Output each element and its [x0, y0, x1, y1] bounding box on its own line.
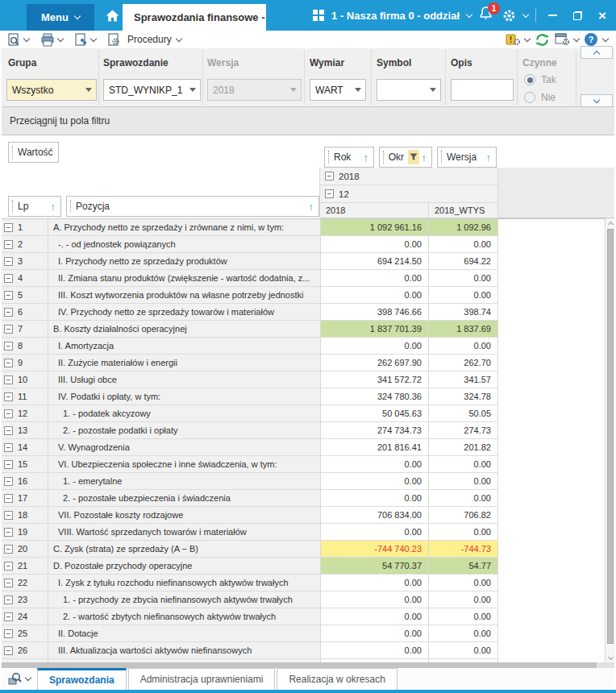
row-value-cell-2018[interactable]: 0.00 [321, 625, 429, 642]
row-value-cell-2018-wtys[interactable]: 341.57 [429, 371, 498, 388]
row-position-cell[interactable]: B. Koszty działalności operacyjnej [48, 321, 321, 338]
row-position-cell[interactable]: 2. - pozostałe ubezpieczenia i świadczen… [48, 490, 321, 507]
column-field-okres[interactable]: Okr ↑ [379, 147, 432, 168]
row-value-cell-2018[interactable]: 0.00 [321, 338, 429, 355]
row-position-cell[interactable]: 1. - emerytalne [48, 473, 321, 490]
settings-button[interactable] [502, 9, 516, 23]
collapse-row-icon[interactable]: − [4, 612, 13, 621]
row-position-cell[interactable]: C. Zysk (strata) ze sprzedaży (A − B) [48, 541, 321, 558]
home-button[interactable] [103, 0, 121, 31]
row-position-cell[interactable]: I. Przychody netto ze sprzedaży produktó… [48, 253, 321, 270]
row-value-cell-2018[interactable]: 0.00 [321, 490, 429, 507]
collapse-row-icon[interactable]: − [4, 240, 13, 249]
minimize-button[interactable] [543, 6, 561, 25]
sprawozdanie-dropdown[interactable]: STD_WYNIKP_1 [103, 79, 201, 101]
row-value-cell-2018-wtys[interactable]: 694.22 [429, 253, 498, 270]
collapse-filter-button[interactable] [581, 46, 613, 59]
row-field-pozycja[interactable]: Pozycja ↑ [66, 196, 319, 217]
row-lp-cell[interactable]: −15 [2, 456, 48, 473]
row-value-cell-2018-wtys[interactable]: 0.00 [429, 575, 498, 591]
collapse-row-icon[interactable]: − [4, 291, 13, 300]
row-position-cell[interactable]: 1. - podatek akcyzowy [48, 405, 321, 422]
row-value-cell-2018[interactable]: 0.00 [321, 608, 429, 625]
collapse-row-icon[interactable]: − [4, 308, 13, 317]
row-position-cell[interactable]: VII. Pozostałe koszty rodzajowe [48, 507, 321, 524]
chevron-down-icon[interactable] [23, 35, 30, 41]
help-button[interactable]: ? [584, 32, 598, 47]
row-value-cell-2018[interactable]: -744 740.23 [321, 541, 429, 558]
scroll-down-button[interactable] [606, 653, 615, 662]
chevron-down-icon[interactable] [524, 35, 531, 41]
row-value-cell-2018-wtys[interactable]: 0.00 [429, 287, 498, 304]
row-value-cell-2018-wtys[interactable]: 1 837.69 [429, 321, 498, 338]
row-value-cell-2018-wtys[interactable]: 0.00 [429, 236, 498, 253]
data-field-wartosc[interactable]: Wartość [8, 142, 59, 163]
collapse-row-icon[interactable]: − [4, 257, 13, 266]
row-value-cell-2018[interactable]: 1 837 701.39 [321, 321, 429, 338]
row-position-cell[interactable]: D. Pozostałe przychody operacyjne [48, 558, 321, 575]
column-group-year[interactable]: − 2018 [319, 168, 498, 185]
row-lp-cell[interactable]: −12 [2, 405, 48, 422]
chevron-down-icon[interactable] [522, 10, 529, 17]
row-value-cell-2018-wtys[interactable]: 0.00 [429, 642, 498, 659]
row-lp-cell[interactable]: −10 [2, 371, 48, 388]
row-position-cell[interactable]: III. Koszt wytworzenia produktów na włas… [48, 287, 321, 304]
wymiar-dropdown[interactable]: WART [310, 79, 366, 101]
row-value-cell-2018[interactable]: 398 746.66 [321, 304, 429, 321]
row-position-cell[interactable]: 2. - wartość zbytych niefinansowych akty… [48, 608, 321, 625]
tab-realizacja-w-okresach[interactable]: Realizacja w okresach [277, 668, 397, 690]
export-button[interactable] [74, 33, 88, 47]
row-lp-cell[interactable]: −18 [2, 507, 48, 524]
row-position-cell[interactable]: III. Aktualizacja wartości aktywów niefi… [48, 642, 321, 659]
row-position-cell[interactable]: I. Zysk z tytułu rozchodu niefinansowych… [48, 575, 321, 591]
tab-administracja-uprawnieniami[interactable]: Administracja uprawnieniami [128, 668, 276, 690]
row-position-cell[interactable]: VIII. Wartość sprzedanych towarów i mate… [48, 524, 321, 541]
row-lp-cell[interactable]: −13 [2, 422, 48, 439]
restore-button[interactable] [568, 6, 586, 25]
row-position-cell[interactable]: -. - od jednostek powiązanych [48, 236, 321, 253]
row-value-cell-2018-wtys[interactable]: 50.05 [429, 405, 498, 422]
collapse-group-icon[interactable]: − [325, 189, 334, 198]
collapse-row-icon[interactable]: − [4, 494, 13, 503]
row-lp-cell[interactable]: −17 [2, 490, 48, 507]
row-lp-cell[interactable]: −4 [2, 270, 48, 287]
row-lp-cell[interactable]: −26 [2, 642, 48, 659]
scrollbar-thumb[interactable] [2, 662, 597, 668]
menu-button[interactable]: Menu [27, 4, 94, 31]
row-value-cell-2018-wtys[interactable]: 0.00 [429, 591, 498, 608]
row-value-cell-2018-wtys[interactable]: 0.00 [429, 608, 498, 625]
collapse-row-icon[interactable]: − [4, 460, 13, 469]
row-value-cell-2018[interactable]: 324 780.36 [321, 388, 429, 405]
collapse-row-icon[interactable]: − [4, 376, 13, 384]
company-selector[interactable]: 1 - Nasza firma 0 - oddział [331, 10, 460, 22]
row-lp-cell[interactable]: −24 [2, 608, 48, 625]
scrollbar-thumb[interactable] [607, 229, 614, 644]
row-value-cell-2018-wtys[interactable]: 54.77 [429, 558, 498, 575]
row-value-cell-2018[interactable]: 54 770.37 [321, 558, 429, 575]
row-value-cell-2018[interactable]: 0.00 [321, 524, 429, 541]
collapse-row-icon[interactable]: − [4, 595, 13, 604]
row-value-cell-2018-wtys[interactable]: 0.00 [429, 270, 498, 287]
collapse-row-icon[interactable]: − [4, 477, 13, 486]
row-lp-cell[interactable]: −7 [2, 321, 48, 338]
print-button[interactable] [40, 33, 55, 47]
alerts-settings-button[interactable]: ! [506, 33, 520, 46]
row-value-cell-2018[interactable]: 50 045.63 [321, 405, 429, 422]
layout-settings-button[interactable] [555, 33, 569, 46]
collapse-row-icon[interactable]: − [4, 545, 13, 554]
row-position-cell[interactable]: II. Zużycie materiałów i energii [48, 355, 321, 371]
row-lp-cell[interactable]: −20 [2, 541, 48, 558]
row-lp-cell[interactable]: −2 [2, 236, 48, 253]
column-header-2018-wtys[interactable]: 2018_WTYS [429, 203, 498, 218]
chevron-down-icon[interactable] [466, 10, 472, 17]
row-lp-cell[interactable]: −1 [2, 219, 48, 236]
row-value-cell-2018-wtys[interactable]: 1 092.96 [429, 219, 498, 236]
row-value-cell-2018[interactable]: 274 734.73 [321, 422, 429, 439]
collapse-row-icon[interactable]: − [4, 325, 13, 334]
row-value-cell-2018[interactable]: 201 816.41 [321, 439, 429, 456]
row-lp-cell[interactable]: −22 [2, 575, 48, 591]
row-value-cell-2018-wtys[interactable]: 0.00 [429, 524, 498, 541]
tab-sprawozdania-finansowe[interactable]: Sprawozdania finansowe - a [123, 4, 266, 31]
apps-grid-icon[interactable] [313, 10, 324, 21]
row-lp-cell[interactable]: −6 [2, 304, 48, 321]
